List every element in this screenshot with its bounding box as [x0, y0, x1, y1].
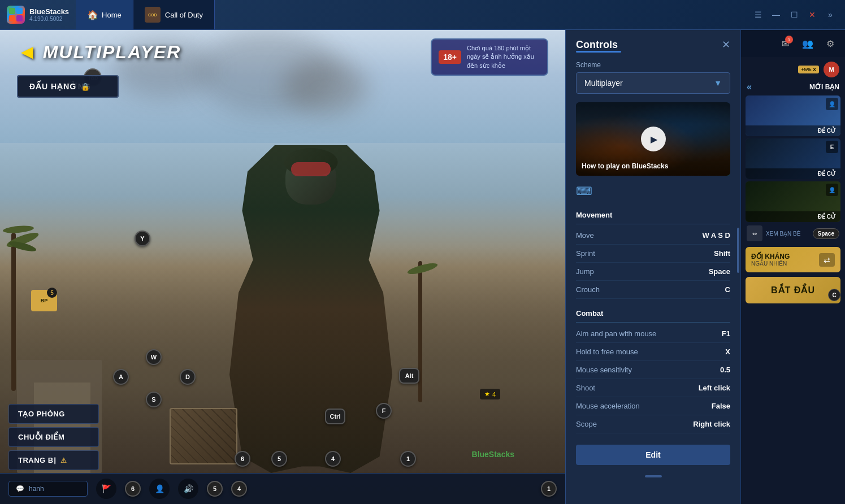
scheme-label: Scheme: [566, 61, 740, 72]
home-label: Home: [102, 11, 122, 19]
game-tab[interactable]: COD Call of Duty: [133, 0, 215, 29]
game-viewport: ◄ MULTIPLAYER 18+ Chơi quá 180 phút một …: [0, 30, 565, 504]
doi-khang-area[interactable]: ĐỐI KHÁNG NGẪU NHIÊN ⇄: [746, 247, 840, 272]
xem-ban-be-area: ⇔ XEM BẠN BÈ: [747, 225, 800, 241]
friend-cards-list: 👤 ĐỀ CỬ E ĐỀ CỬ 👤 ĐỀ CỬ: [741, 95, 845, 222]
scope-control-key: Right click: [693, 420, 730, 428]
shoot-control-label: Shoot: [576, 384, 595, 392]
movement-section: Movement Move W A S D Sprint Shift Jump …: [566, 206, 740, 305]
sensitivity-control-label: Mouse sensitivity: [576, 366, 632, 374]
c-key-badge: C: [828, 289, 840, 301]
tutorial-video-thumbnail[interactable]: ▶ How to play on BlueStacks: [576, 102, 730, 176]
home-icon: 🏠: [87, 10, 98, 20]
app-version: 4.190.0.5002: [29, 16, 69, 22]
friend-card-2-label: ĐỀ CỬ: [746, 168, 840, 179]
drag-handle: [566, 471, 740, 482]
mail-icon-button[interactable]: ✉ 1: [776, 34, 794, 53]
movement-section-header: Movement: [576, 206, 730, 224]
controls-title: Controls: [576, 39, 618, 51]
friend-card-3-label: ĐỀ CỬ: [746, 211, 840, 222]
svg-rect-1: [9, 8, 15, 14]
chat-icon: 💬: [16, 485, 24, 493]
scheme-select[interactable]: Multiplayer ▼: [576, 72, 730, 94]
svg-rect-3: [9, 15, 15, 21]
shoot-control-row: Shoot Left click: [576, 379, 730, 397]
jump-control-key: Space: [709, 267, 730, 276]
free-mouse-control-row: Hold to free mouse X: [576, 343, 730, 361]
chat-input[interactable]: 💬 hanh: [8, 481, 88, 497]
jump-control-label: Jump: [576, 267, 594, 276]
friend-card-1-icon: 👤: [826, 98, 838, 110]
close-button[interactable]: ✕: [804, 7, 820, 23]
moi-ban-row: « MỚI BẠN: [741, 82, 845, 95]
doi-khang-text: ĐỐI KHÁNG NGẪU NHIÊN: [751, 253, 790, 267]
svg-rect-2: [16, 8, 23, 14]
6-bottom-badge: 6: [125, 481, 141, 497]
crouch-control-key: C: [725, 285, 730, 294]
edit-button[interactable]: Edit: [576, 445, 730, 465]
app-logo-area: BlueStacks 4.190.0.5002: [0, 6, 76, 24]
space-key-badge: Space: [813, 228, 839, 239]
more-button[interactable]: »: [822, 7, 838, 23]
friend-card-1[interactable]: 👤 ĐỀ CỬ: [746, 95, 840, 136]
right-top-icons: ✉ 1 👥 ⚙: [741, 30, 845, 57]
doi-khang-sub: NGẪU NHIÊN: [751, 260, 790, 267]
xem-ban-be-label: XEM BẠN BÈ: [766, 231, 800, 237]
aim-control-label: Aim and pan with mouse: [576, 329, 656, 338]
friend-card-3[interactable]: 👤 ĐỀ CỬ: [746, 181, 840, 222]
combat-section: Combat Aim and pan with mouse F1 Hold to…: [566, 305, 740, 439]
video-caption: How to play on BlueStacks: [582, 162, 668, 170]
bat-dau-button[interactable]: BẮT ĐẦU: [746, 277, 840, 303]
sprint-control-row: Sprint Shift: [576, 245, 730, 263]
window-controls: ☰ — ☐ ✕ »: [743, 7, 845, 23]
menu-button[interactable]: ☰: [750, 7, 766, 23]
play-button[interactable]: ▶: [641, 127, 666, 151]
move-control-row: Move W A S D: [576, 227, 730, 245]
combat-section-header: Combat: [576, 305, 730, 323]
acceleration-control-label: Mouse acceleration: [576, 402, 640, 410]
friend-card-3-icon: 👤: [826, 184, 838, 196]
free-mouse-control-label: Hold to free mouse: [576, 347, 638, 356]
friend-card-2[interactable]: E ĐỀ CỬ: [746, 138, 840, 179]
move-control-key: W A S D: [702, 231, 730, 240]
home-tab[interactable]: 🏠 Home: [76, 0, 133, 29]
flag-icon-button[interactable]: 🚩: [96, 479, 116, 499]
acceleration-control-key: False: [712, 402, 730, 410]
game-tab-label: Call of Duty: [165, 11, 203, 19]
left-arrows-icon: «: [747, 82, 752, 92]
svg-rect-4: [16, 15, 23, 21]
arrow-switch-icon: ⇔: [747, 225, 762, 241]
app-name: BlueStacks: [29, 7, 69, 16]
scrollbar-thumb[interactable]: [737, 228, 739, 273]
maximize-button[interactable]: ☐: [786, 7, 802, 23]
sprint-control-key: Shift: [714, 249, 730, 258]
move-control-label: Move: [576, 231, 594, 240]
settings-icon-button[interactable]: ⚙: [821, 34, 839, 53]
sound-icon-button[interactable]: 🔊: [178, 479, 198, 499]
sprint-control-label: Sprint: [576, 249, 595, 258]
bottom-bar: 💬 hanh 🚩 6 👤 🔊 5 4 1: [0, 473, 565, 504]
crouch-control-row: Crouch C: [576, 281, 730, 299]
chevron-down-icon: ▼: [714, 79, 722, 88]
main-area: ◄ MULTIPLAYER 18+ Chơi quá 180 phút một …: [0, 30, 845, 504]
sensitivity-control-row: Mouse sensitivity 0.5: [576, 361, 730, 379]
play-icon: ▶: [651, 134, 657, 145]
4-bottom-badge: 4: [231, 481, 247, 497]
jump-control-row: Jump Space: [576, 263, 730, 281]
soldier-area: [113, 30, 509, 473]
loot-crate: [170, 408, 237, 464]
m-avatar[interactable]: M: [824, 62, 839, 77]
controls-panel: Controls ✕ Scheme Multiplayer ▼ ▶ How to…: [565, 30, 740, 504]
friends-icon-button[interactable]: 👥: [799, 34, 817, 53]
minimize-button[interactable]: —: [768, 7, 784, 23]
1-bottom-badge: 1: [541, 481, 557, 497]
profile-icon-button[interactable]: 👤: [149, 479, 170, 499]
sensitivity-control-key: 0.5: [720, 366, 730, 374]
keyboard-icon: ⌨: [576, 184, 592, 198]
keyboard-icon-row: ⌨: [566, 184, 740, 206]
scope-control-label: Scope: [576, 420, 597, 428]
controls-close-button[interactable]: ✕: [722, 38, 730, 51]
friend-card-1-label: ĐỀ CỬ: [746, 125, 840, 136]
crouch-control-label: Crouch: [576, 285, 600, 294]
bat-dau-area: BẮT ĐẦU C: [741, 275, 845, 306]
